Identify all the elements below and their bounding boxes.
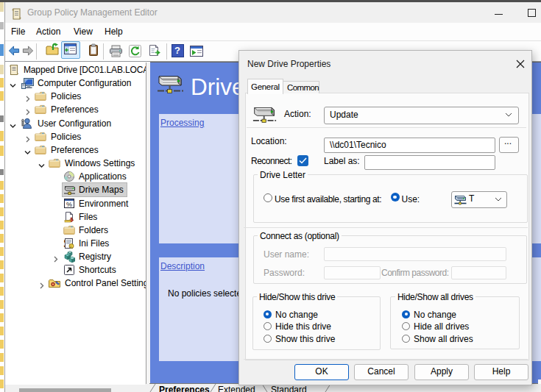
svg-text:i: i <box>71 244 71 249</box>
svg-text:%: % <box>66 201 72 208</box>
